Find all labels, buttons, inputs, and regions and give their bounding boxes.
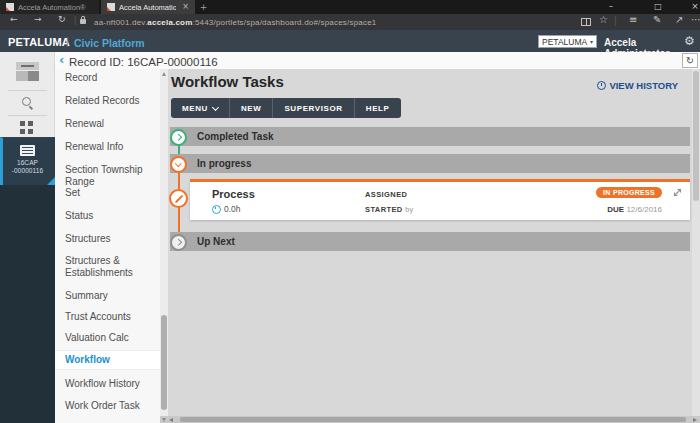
section-up-next[interactable]: Up Next [170,232,690,251]
lock-icon [80,19,86,24]
divider [8,90,47,91]
agency-select[interactable]: PETALUMA ▾ [538,35,597,48]
agency-brand: PETALUMA [8,36,70,48]
gear-icon[interactable]: ⚙ [684,35,695,47]
accela-favicon [107,3,115,11]
chevron-down-icon [212,103,219,110]
record-tab-corner [47,177,55,185]
web-note-icon[interactable]: ✎ [653,15,661,25]
chevron-right-icon [175,134,181,140]
workflow-toolbar: MENU NEW SUPERVISOR HELP [171,98,401,118]
help-button[interactable]: HELP [355,98,401,118]
chevron-right-icon [175,239,181,245]
vertical-scrollbar-thumb[interactable] [693,71,699,201]
record-refresh-button[interactable]: ↻ [682,53,698,68]
browser-tab-inactive[interactable]: Accela Automation® [0,0,99,14]
product-name: Civic Platform [74,37,145,49]
search-icon[interactable] [22,97,31,106]
clock-icon [212,205,221,214]
record-menu: Record Related Records Renewal Renewal I… [55,69,160,423]
menu-item-workflow[interactable]: Workflow [55,350,160,370]
assigned-label: ASSIGNED [365,190,407,199]
record-back-chevron-icon[interactable]: ‹ [59,53,64,66]
due-date: DUE 12/6/2016 [607,205,662,214]
divider: | [614,15,617,26]
forward-icon[interactable]: → [34,15,42,24]
refresh-icon[interactable]: ↻ [58,15,66,24]
pencil-icon [174,194,182,202]
reading-view-icon[interactable] [581,18,591,26]
browser-window: Accela Automation® Accela Automation® × … [0,0,700,423]
menu-item-workflow-history[interactable]: Workflow History [55,375,160,393]
up-next-node-icon[interactable] [170,234,187,251]
expand-icon[interactable] [672,187,683,198]
record-id-label: Record ID: 16CAP-00000116 [69,56,218,68]
horizontal-scrollbar-thumb[interactable] [180,417,686,422]
menu-scrollbar-thumb[interactable] [161,315,167,410]
hub-icon[interactable]: ≡ [629,15,637,25]
back-icon[interactable]: ← [10,15,18,24]
share-icon[interactable]: ↗ [675,15,683,25]
supervisor-button[interactable]: SUPERVISOR [273,98,354,118]
menu-item-renewal[interactable]: Renewal [55,115,160,133]
menu-item-renewal-info[interactable]: Renewal Info [55,138,160,156]
menu-item-structures[interactable]: Structures [55,230,160,248]
new-tab-button[interactable]: + [197,1,210,13]
menu-item-structures-establishments[interactable]: Structures & Establishments [55,252,160,281]
section-in-progress[interactable]: In progress [170,154,690,173]
menu-item-set[interactable]: Set [55,184,160,202]
record-tab-line1: 16CAP [0,159,55,166]
address-field[interactable]: aa-nft001.dev.accela.com:5443/portlets/s… [94,18,377,27]
started-label: STARTED by [365,205,413,214]
completed-task-node-icon[interactable] [170,129,187,146]
task-name: Process [212,188,255,200]
scroll-down-arrow-icon[interactable] [162,418,166,422]
scroll-right-arrow-icon[interactable] [693,418,697,422]
tab-title: Accela Automation® [119,3,176,12]
divider: | [66,36,69,47]
task-hours: 0.0h [212,204,241,214]
favorites-star-icon[interactable]: ☆ [599,15,608,25]
record-tab-line2: -00000116 [0,167,55,174]
menu-item-related-records[interactable]: Related Records [55,92,160,110]
browser-tab-active[interactable]: Accela Automation® × [101,0,195,14]
tab-close-icon[interactable]: × [182,3,189,11]
menu-button[interactable]: MENU [171,98,230,118]
scroll-up-arrow-icon[interactable] [162,72,166,76]
chevron-down-icon [175,160,181,166]
menu-item-status[interactable]: Status [55,207,160,225]
menu-item-valuation-calc[interactable]: Valuation Calc [55,329,160,347]
window-maximize-button[interactable]: □ [648,0,668,14]
launchpad-icon [28,71,39,81]
new-button[interactable]: NEW [230,98,273,118]
apps-grid-icon[interactable] [20,121,34,134]
menu-item-summary[interactable]: Summary [55,287,160,305]
in-progress-node-icon[interactable] [170,156,187,173]
accela-favicon [6,3,14,11]
tab-title: Accela Automation® [18,3,86,12]
menu-item-record[interactable]: Record [55,69,160,87]
launchpad-icon [16,71,28,81]
record-document-icon [20,145,35,156]
more-actions-icon[interactable]: ⋯ [691,15,700,25]
history-clock-icon [597,81,606,90]
started-by: by [405,205,413,214]
window-close-button[interactable]: × [685,0,700,14]
status-badge: IN PROGRESS [596,187,662,198]
page-title: Workflow Tasks [171,73,284,90]
task-pencil-node-icon[interactable] [169,189,188,208]
menu-item-trust-accounts[interactable]: Trust Accounts [55,308,160,326]
scroll-left-arrow-icon[interactable] [169,418,173,422]
divider [8,115,47,116]
menu-item-work-order-task[interactable]: Work Order Task [55,397,160,415]
task-card[interactable]: Process 0.0h ASSIGNED STARTED by IN PROG… [190,179,690,220]
agency-select-value: PETALUMA [542,37,587,47]
view-history-link[interactable]: VIEW HISTORY [597,80,678,91]
window-minimize-button[interactable]: – [601,0,621,14]
launchpad-icon[interactable] [16,62,39,70]
section-completed-task[interactable]: Completed Task [170,127,690,146]
divider: | [74,15,76,25]
chevron-down-icon: ▾ [590,39,593,45]
